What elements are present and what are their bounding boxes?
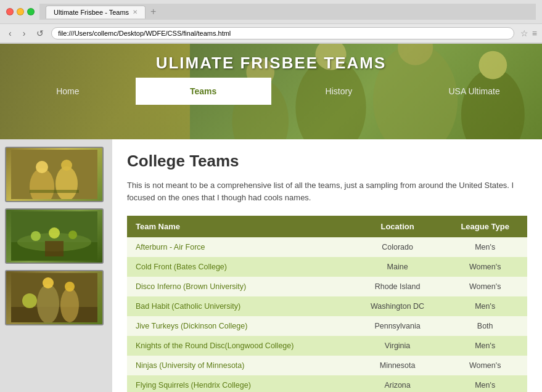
forward-button[interactable]: › — [19, 27, 30, 39]
cell-league-type: Women's — [443, 356, 527, 375]
col-header-location: Location — [352, 216, 443, 237]
table-row: Bad Habit (Catholic University)Washingto… — [127, 296, 527, 316]
cell-location: Rhode Island — [352, 277, 443, 296]
teams-table: Team Name Location League Type Afterburn… — [127, 216, 527, 392]
table-row: Cold Front (Bates College)MaineWomen's — [127, 257, 527, 277]
col-header-team-name: Team Name — [127, 216, 352, 237]
site-title: ULIMATE FRISBEE TEAMS — [156, 44, 387, 78]
cell-league-type: Both — [443, 316, 527, 336]
sidebar-img-svg-1 — [11, 150, 97, 199]
table-header-row: Team Name Location League Type — [127, 216, 527, 237]
sidebar-image-1 — [5, 147, 104, 202]
table-row: Knights of the Round Disc(Longwood Colle… — [127, 336, 527, 356]
col-header-league-type: League Type — [443, 216, 527, 237]
svg-point-23 — [37, 284, 59, 322]
nav-home[interactable]: Home — [0, 78, 136, 105]
svg-point-26 — [65, 282, 75, 292]
new-tab-button[interactable]: + — [148, 4, 158, 20]
minimize-button[interactable] — [17, 8, 24, 15]
title-bar: Ultimate Frisbee - Teams ✕ + — [0, 0, 542, 24]
sidebar-img-svg-2 — [11, 211, 97, 261]
cell-team-name: Cold Front (Bates College) — [127, 257, 352, 277]
maximize-button[interactable] — [27, 8, 35, 15]
cell-team-name: Jive Turkeys (Dickinson College) — [127, 316, 352, 336]
svg-point-19 — [68, 231, 77, 239]
cell-location: Pennsylvania — [352, 316, 443, 336]
table-row: Flying Squirrels (Hendrix College)Arizon… — [127, 375, 527, 392]
table-body: Afterburn - Air ForceColoradoMen'sCold F… — [127, 237, 527, 392]
sidebar-img-svg-3 — [11, 273, 97, 322]
svg-point-24 — [60, 288, 79, 322]
address-bar[interactable] — [51, 27, 514, 39]
content-description: This is not meant to be a comprehensive … — [127, 179, 527, 203]
svg-rect-20 — [45, 241, 64, 256]
sidebar-image-2 — [5, 208, 104, 264]
main-layout: College Teams This is not meant to be a … — [0, 139, 542, 392]
cell-team-name: Flying Squirrels (Hendrix College) — [127, 375, 352, 392]
svg-point-27 — [22, 293, 37, 308]
menu-icon[interactable]: ≡ — [532, 28, 537, 38]
cell-location: Virginia — [352, 336, 443, 356]
cell-location: Washington DC — [352, 296, 443, 316]
bookmark-icon[interactable]: ☆ — [520, 28, 528, 38]
tab-bar: Ultimate Frisbee - Teams ✕ + — [39, 4, 536, 20]
nav-history[interactable]: History — [271, 78, 407, 105]
main-nav: Home Teams History USA Ultimate — [0, 78, 542, 105]
page-wrapper: ULIMATE FRISBEE TEAMS Home Teams History… — [0, 44, 542, 392]
cell-league-type: Men's — [443, 296, 527, 316]
sidebar-image-3 — [5, 270, 104, 325]
tab-close-icon[interactable]: ✕ — [133, 9, 138, 15]
browser-tab[interactable]: Ultimate Frisbee - Teams ✕ — [46, 6, 146, 18]
cell-league-type: Men's — [443, 336, 527, 356]
cell-location: Maine — [352, 257, 443, 277]
cell-league-type: Women's — [443, 257, 527, 277]
nav-teams[interactable]: Teams — [136, 78, 271, 105]
cell-team-name: Ninjas (University of Minnesota) — [127, 356, 352, 375]
page-title: College Teams — [127, 152, 527, 171]
table-row: Afterburn - Air ForceColoradoMen's — [127, 237, 527, 257]
table-header: Team Name Location League Type — [127, 216, 527, 237]
hero-section: ULIMATE FRISBEE TEAMS Home Teams History… — [0, 44, 542, 139]
cell-location: Arizona — [352, 375, 443, 392]
hero-overlay: ULIMATE FRISBEE TEAMS Home Teams History… — [0, 44, 542, 139]
cell-team-name: Knights of the Round Disc(Longwood Colle… — [127, 336, 352, 356]
cell-team-name: Afterburn - Air Force — [127, 237, 352, 257]
cell-team-name: Disco Inferno (Brown University) — [127, 277, 352, 296]
close-button[interactable] — [6, 8, 14, 15]
back-button[interactable]: ‹ — [5, 27, 15, 39]
table-row: Disco Inferno (Brown University)Rhode Is… — [127, 277, 527, 296]
svg-point-25 — [43, 277, 54, 288]
cell-team-name: Bad Habit (Catholic University) — [127, 296, 352, 316]
table-row: Ninjas (University of Minnesota)Minnesot… — [127, 356, 527, 375]
cell-league-type: Men's — [443, 237, 527, 257]
table-row: Jive Turkeys (Dickinson College)Pennsylv… — [127, 316, 527, 336]
svg-rect-13 — [30, 190, 79, 193]
svg-point-12 — [61, 160, 72, 171]
refresh-button[interactable]: ↺ — [33, 27, 47, 39]
cell-location: Minnesota — [352, 356, 443, 375]
svg-point-18 — [49, 227, 60, 239]
svg-point-17 — [31, 231, 41, 241]
sidebar — [0, 139, 112, 392]
nav-usa-ultimate[interactable]: USA Ultimate — [406, 78, 542, 105]
tab-title: Ultimate Frisbee - Teams — [54, 9, 129, 16]
cell-location: Colorado — [352, 237, 443, 257]
main-content: College Teams This is not meant to be a … — [112, 139, 542, 392]
cell-league-type: Men's — [443, 375, 527, 392]
nav-bar: ‹ › ↺ ☆ ≡ — [0, 24, 542, 43]
browser-chrome: Ultimate Frisbee - Teams ✕ + ‹ › ↺ ☆ ≡ — [0, 0, 542, 44]
traffic-lights — [6, 8, 35, 15]
svg-point-11 — [36, 161, 48, 173]
cell-league-type: Women's — [443, 277, 527, 296]
